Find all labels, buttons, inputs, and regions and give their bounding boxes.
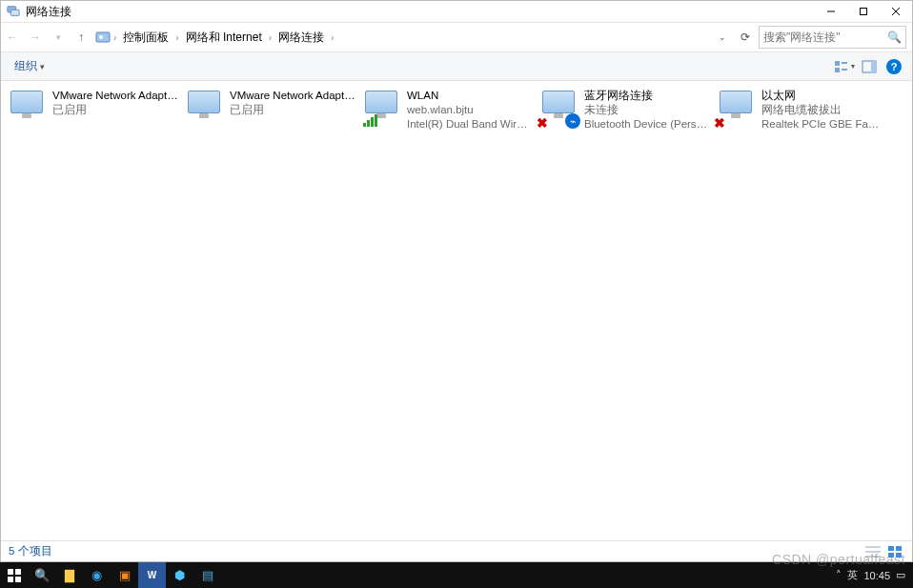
network-adapter-item[interactable]: ✖以太网网络电缆被拔出Realtek PCIe GBE Family Contr… <box>714 87 891 132</box>
large-icons-button[interactable] <box>887 545 904 558</box>
app-button[interactable]: ⬢ <box>166 562 193 588</box>
adapter-icon: ✖ <box>718 89 756 127</box>
notifications-icon[interactable]: ▭ <box>896 569 905 581</box>
adapter-icon <box>186 89 224 127</box>
adapter-status: 已启用 <box>52 103 178 117</box>
chevron-down-icon: ▾ <box>40 62 45 71</box>
adapter-status: web.wlan.bjtu <box>407 103 533 117</box>
recent-button[interactable]: ▾ <box>47 26 70 49</box>
back-button[interactable]: ← <box>1 26 24 49</box>
ime-icon[interactable]: 英 <box>847 568 858 582</box>
chevron-right-icon: › <box>266 32 274 43</box>
content-area[interactable]: VMware Network Adapter VMnet1已启用VMware N… <box>1 81 912 540</box>
vmware-button[interactable]: ▣ <box>111 562 138 588</box>
svg-rect-9 <box>888 546 894 551</box>
titlebar: 网络连接 <box>1 1 912 22</box>
breadcrumb-item[interactable]: 网络和 Internet <box>182 28 266 48</box>
svg-rect-14 <box>15 569 21 575</box>
status-bar: 5 个项目 <box>1 540 912 561</box>
control-panel-icon <box>95 30 111 45</box>
preview-pane-button[interactable] <box>859 56 880 77</box>
chevron-right-icon: › <box>111 32 119 43</box>
refresh-button[interactable]: ⟳ <box>734 30 757 44</box>
adapter-icon <box>9 89 47 127</box>
adapter-status: 网络电缆被拔出 <box>761 103 887 117</box>
adapter-name: 以太网 <box>761 89 887 103</box>
svg-rect-5 <box>835 61 840 66</box>
network-connections-icon <box>7 5 20 18</box>
view-options-button[interactable]: ▾ <box>834 56 855 77</box>
svg-rect-11 <box>888 553 894 558</box>
adapter-icon <box>363 89 401 127</box>
network-adapter-item[interactable]: ✖⌁蓝牙网络连接未连接Bluetooth Device (Personal Ar… <box>537 87 714 132</box>
svg-rect-8 <box>871 61 876 72</box>
tray-time: 10:45 <box>863 570 890 581</box>
command-bar: 组织 ▾ ▾ ? <box>1 52 912 81</box>
svg-rect-1 <box>10 10 19 15</box>
app2-button[interactable]: ▤ <box>193 562 221 588</box>
edge-button[interactable]: ◉ <box>83 562 111 588</box>
adapter-icon: ✖⌁ <box>540 89 578 127</box>
taskbar: 🔍 ▇ ◉ ▣ W ⬢ ▤ ˄ 英 10:45 ▭ <box>0 562 913 588</box>
svg-rect-13 <box>8 569 13 575</box>
breadcrumb[interactable]: › 控制面板 › 网络和 Internet › 网络连接 › <box>92 26 711 49</box>
chevron-right-icon: › <box>328 32 336 43</box>
maximize-button[interactable] <box>847 1 880 22</box>
breadcrumb-item[interactable]: 网络连接 <box>274 28 328 48</box>
minimize-button[interactable] <box>815 1 847 22</box>
item-count: 5 个项目 <box>9 544 52 558</box>
svg-point-4 <box>99 35 103 39</box>
svg-rect-2 <box>861 9 867 15</box>
window-title: 网络连接 <box>26 4 71 20</box>
svg-rect-12 <box>896 553 902 558</box>
forward-button[interactable]: → <box>24 26 47 49</box>
adapter-device: Intel(R) Dual Band Wireless-AC… <box>407 117 533 132</box>
adapter-name: VMware Network Adapter VMnet1 <box>52 89 178 103</box>
organize-label: 组织 <box>14 58 37 74</box>
file-explorer-button[interactable]: ▇ <box>55 562 83 588</box>
svg-rect-16 <box>15 577 21 582</box>
adapter-name: VMware Network Adapter VMnet8 <box>230 89 355 103</box>
search-icon: 🔍 <box>887 30 902 44</box>
adapter-status: 已启用 <box>230 103 355 117</box>
close-button[interactable] <box>880 1 912 22</box>
help-button[interactable]: ? <box>883 56 904 77</box>
search-placeholder: 搜索"网络连接" <box>763 30 841 46</box>
network-adapter-item[interactable]: VMware Network Adapter VMnet8已启用 <box>182 87 359 132</box>
adapter-device: Realtek PCIe GBE Family Contr… <box>761 117 887 132</box>
organize-button[interactable]: 组织 ▾ <box>9 56 51 76</box>
svg-rect-15 <box>8 577 13 582</box>
start-button[interactable] <box>0 562 28 588</box>
up-button[interactable]: ↑ <box>70 26 92 49</box>
search-input[interactable]: 搜索"网络连接" 🔍 <box>759 26 906 49</box>
address-bar: ← → ▾ ↑ › 控制面板 › 网络和 Internet › 网络连接 › ⌄… <box>1 22 912 52</box>
tray-caret-icon[interactable]: ˄ <box>836 569 842 581</box>
adapter-device: Bluetooth Device (Personal Are… <box>584 117 710 132</box>
search-button[interactable]: 🔍 <box>28 562 55 588</box>
word-button[interactable]: W <box>138 562 166 588</box>
address-dropdown[interactable]: ⌄ <box>711 26 734 49</box>
adapter-name: WLAN <box>407 89 533 103</box>
network-adapter-item[interactable]: WLANweb.wlan.bjtuIntel(R) Dual Band Wire… <box>359 87 537 132</box>
chevron-right-icon: › <box>172 32 181 43</box>
details-view-button[interactable] <box>864 545 882 558</box>
help-icon: ? <box>886 59 902 74</box>
adapter-name: 蓝牙网络连接 <box>584 89 710 103</box>
svg-rect-10 <box>896 546 902 551</box>
adapter-status: 未连接 <box>584 103 710 117</box>
breadcrumb-item[interactable]: 控制面板 <box>119 28 172 48</box>
system-tray[interactable]: ˄ 英 10:45 ▭ <box>836 568 913 582</box>
svg-rect-6 <box>835 68 840 72</box>
network-adapter-item[interactable]: VMware Network Adapter VMnet1已启用 <box>5 87 182 132</box>
